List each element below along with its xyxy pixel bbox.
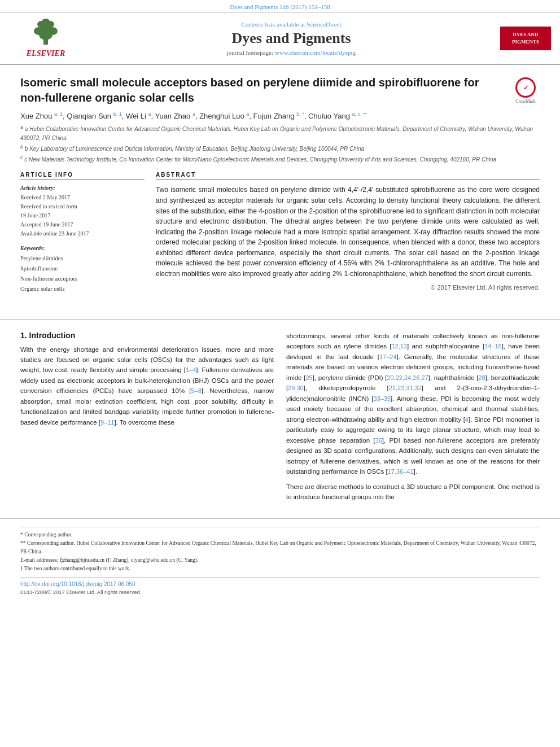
top-bar: Dyes and Pigments 146 (2017) 151–158 xyxy=(0,0,560,13)
ref-1-4[interactable]: 1–4 xyxy=(186,366,196,373)
journal-header: ELSEVIER Contents lists available at Sci… xyxy=(0,13,560,65)
corresponding-note-1: * Corresponding author. xyxy=(20,531,540,539)
page-footer: * Corresponding author. ** Corresponding… xyxy=(0,518,560,600)
keyword-4: Organic solar cells xyxy=(20,284,145,294)
affiliations: a a Hubei Collaborative Innovation Cente… xyxy=(20,124,540,164)
elsevier-label: ELSEVIER xyxy=(27,49,65,58)
journal-homepage: journal homepage: www.elsevier.com/locat… xyxy=(88,49,495,56)
author-chuluo-yang: Chuluo Yang a, c, ** xyxy=(308,112,367,120)
author-zhenghui-luo: Zhenghui Luo a xyxy=(199,112,249,120)
article-title-section: Isomeric small molecule acceptors based … xyxy=(20,75,540,106)
revised-date: 19 June 2017 xyxy=(20,211,145,220)
intro-paragraph-3: There are diverse methods to construct a… xyxy=(286,482,540,503)
keyword-1: Perylene diimides xyxy=(20,254,145,264)
abstract-copyright: © 2017 Elsevier Ltd. All rights reserved… xyxy=(156,284,540,291)
corresponding-note-2: ** Corresponding author. Hubei Collabora… xyxy=(20,539,540,556)
footer-notes: * Corresponding author. ** Corresponding… xyxy=(20,531,540,574)
footer-divider xyxy=(20,527,540,527)
sciencedirect-label: Contents lists available at ScienceDirec… xyxy=(88,21,495,28)
elsevier-logo: ELSEVIER xyxy=(9,19,82,58)
article-title: Isomeric small molecule acceptors based … xyxy=(20,75,505,106)
revised-label: Received in revised form xyxy=(20,202,145,211)
crossmark-label: CrossMark xyxy=(515,99,536,104)
affiliation-c: c c New Materials Technology Institute, … xyxy=(20,154,540,164)
dyes-pigments-box: DYES AND PIGMENTS xyxy=(500,27,551,50)
ref-9-11[interactable]: 9–11 xyxy=(100,419,114,426)
abstract-text: Two isomeric small molecules based on pe… xyxy=(156,185,540,279)
svg-point-7 xyxy=(42,19,50,24)
doi-link[interactable]: http://dx.doi.org/10.1016/j.dyepig.2017.… xyxy=(20,581,540,587)
issn-line: 0143-7208/© 2017 Elsevier Ltd. All right… xyxy=(20,589,540,595)
elsevier-tree-icon xyxy=(29,19,63,46)
author-wei-li: Wei Li a xyxy=(126,112,151,120)
ref-33-35[interactable]: 33–35 xyxy=(373,395,391,402)
ref-12-13[interactable]: 12,13 xyxy=(391,343,407,350)
ref-4b[interactable]: 4 xyxy=(465,416,469,423)
elsevier-tree-logo xyxy=(29,19,63,46)
ref-36[interactable]: 36 xyxy=(375,437,382,444)
introduction-title: 1. Introduction xyxy=(20,331,274,340)
article-history: Article history: Received 2 May 2017 Rec… xyxy=(20,185,145,238)
keywords-block: Keywords: Perylene diimides Spirobifluor… xyxy=(20,245,145,294)
affiliation-a: a a Hubei Collaborative Innovation Cente… xyxy=(20,124,540,142)
article-content: Isomeric small molecule acceptors based … xyxy=(0,65,560,308)
journal-title: Dyes and Pigments xyxy=(88,30,495,47)
accepted-date: Accepted 19 June 2017 xyxy=(20,220,145,229)
ref-pdi[interactable]: 20,22,24,26,27 xyxy=(387,374,428,381)
page-wrapper: Dyes and Pigments 146 (2017) 151–158 ELS… xyxy=(0,0,560,600)
keywords-label: Keywords: xyxy=(20,245,145,251)
email-note: E-mail addresses: fjzhang@bjtu.edu.cn (F… xyxy=(20,556,540,565)
ref-14-16[interactable]: 14–16 xyxy=(484,343,502,350)
body-left-col: 1. Introduction With the energy shortage… xyxy=(20,331,274,507)
author-yuan-zhao: Yuan Zhao a xyxy=(155,112,195,120)
article-info-header: article info xyxy=(20,172,145,180)
ref-25[interactable]: 25 xyxy=(305,374,312,381)
keyword-2: Spirobifluorene xyxy=(20,264,145,274)
section-divider xyxy=(0,319,560,320)
body-right-col: shortcomings, several other kinds of mat… xyxy=(286,331,540,507)
authors-line: Xue Zhou a, 1, Qianqian Sun b, 1, Wei Li… xyxy=(20,111,540,120)
intro-paragraph-1: With the energy shortage and environment… xyxy=(20,344,274,428)
received-date: Received 2 May 2017 xyxy=(20,193,145,202)
journal-ref: Dyes and Pigments 146 (2017) 151–158 xyxy=(230,3,330,10)
crossmark-icon: ✓ xyxy=(515,77,536,98)
history-label: Article history: xyxy=(20,185,145,191)
journal-logo-right: DYES AND PIGMENTS xyxy=(500,27,551,50)
ref-21-32[interactable]: 21,23,31,32 xyxy=(389,385,422,391)
keyword-3: Non-fullerene acceptors xyxy=(20,274,145,284)
ref-17-24[interactable]: 17–24 xyxy=(379,353,397,360)
intro-paragraph-2: shortcomings, several other kinds of mat… xyxy=(286,331,540,477)
article-info-col: article info Article history: Received 2… xyxy=(20,172,145,294)
footer-divider-2 xyxy=(20,577,540,578)
author-fujun-zhang: Fujun Zhang b, * xyxy=(253,112,304,120)
ref-29-30[interactable]: 29,30 xyxy=(288,385,304,391)
equal-contribution: 1 The two authors contributed equally to… xyxy=(20,565,540,573)
abstract-col: abstract Two isomeric small molecules ba… xyxy=(156,172,540,294)
author-qianqian-sun: Qianqian Sun b, 1 xyxy=(67,112,121,120)
body-content: 1. Introduction With the energy shortage… xyxy=(0,331,560,507)
article-info-abstract: article info Article history: Received 2… xyxy=(20,172,540,294)
header-center: Contents lists available at ScienceDirec… xyxy=(82,21,500,56)
ref-5-8[interactable]: 5–8 xyxy=(191,387,201,394)
available-date: Available online 23 June 2017 xyxy=(20,229,145,238)
crossmark-badge: ✓ CrossMark xyxy=(511,77,540,104)
ref-17-41[interactable]: 17,36–41 xyxy=(388,468,414,475)
ref-28[interactable]: 28 xyxy=(478,374,485,381)
author-xue-zhou: Xue Zhou a, 1 xyxy=(20,112,63,120)
abstract-header: abstract xyxy=(156,172,540,180)
affiliation-b: b b Key Laboratory of Luminescence and O… xyxy=(20,143,540,153)
homepage-link[interactable]: www.elsevier.com/locate/dyepig xyxy=(275,49,356,56)
